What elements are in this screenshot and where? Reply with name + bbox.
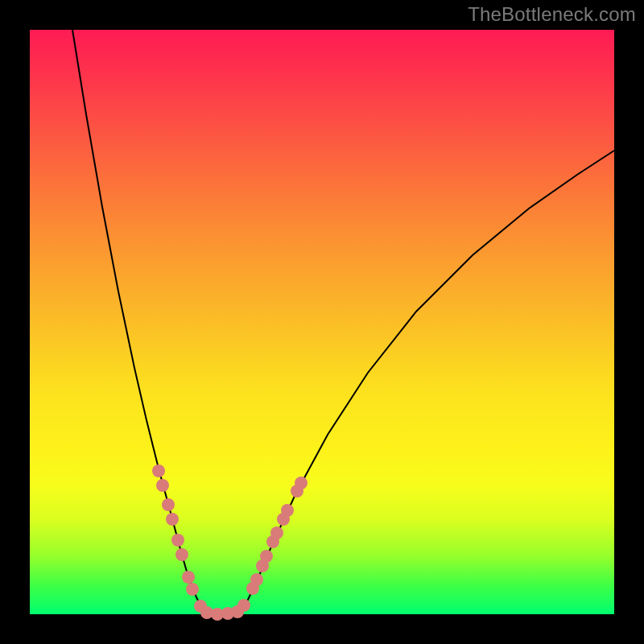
salmon-dot	[156, 479, 169, 492]
salmon-dot	[166, 513, 179, 526]
salmon-dot	[152, 464, 165, 477]
salmon-dot	[171, 534, 184, 547]
salmon-dot	[175, 548, 188, 561]
salmon-dot	[281, 504, 294, 517]
chart-frame: TheBottleneck.com	[0, 0, 644, 644]
salmon-dot	[162, 498, 175, 511]
salmon-dot	[250, 573, 263, 586]
salmon-dot-cluster	[152, 464, 308, 621]
bottleneck-curve	[72, 30, 614, 614]
salmon-dot	[237, 599, 250, 612]
watermark-text: TheBottleneck.com	[468, 3, 636, 26]
plot-area	[30, 30, 614, 614]
salmon-dot	[270, 526, 283, 539]
salmon-dot	[260, 550, 273, 563]
salmon-dot	[186, 583, 199, 596]
curve-svg	[30, 30, 614, 614]
salmon-dot	[182, 571, 195, 584]
salmon-dot	[295, 477, 308, 489]
